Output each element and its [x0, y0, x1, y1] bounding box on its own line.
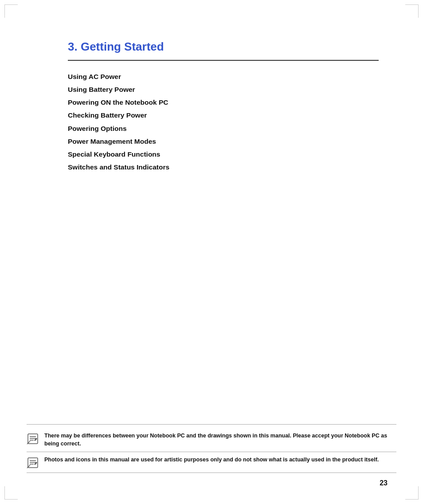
toc-item-4[interactable]: Checking Battery Power [68, 109, 379, 121]
page-number: 23 [380, 479, 388, 487]
toc-list: Using AC Power Using Battery Power Power… [68, 71, 379, 173]
chapter-title: 3. Getting Started [68, 40, 379, 54]
corner-mark-bottom-left [4, 486, 18, 500]
main-content: 3. Getting Started Using AC Power Using … [68, 40, 379, 174]
corner-mark-top-left [4, 4, 18, 18]
note-item-2: Photos and icons in this manual are used… [27, 452, 396, 472]
title-divider [68, 60, 379, 61]
note-icon-2 [27, 457, 39, 469]
toc-item-7[interactable]: Special Keyboard Functions [68, 148, 379, 160]
note-icon-1 [27, 433, 39, 445]
notes-bottom-rule [27, 472, 396, 473]
note-text-1: There may be differences between your No… [44, 432, 396, 449]
toc-item-1[interactable]: Using AC Power [68, 71, 379, 83]
toc-item-8[interactable]: Switches and Status Indicators [68, 161, 379, 173]
note-text-2: Photos and icons in this manual are used… [44, 456, 396, 464]
notes-top-rule [27, 424, 396, 425]
toc-item-5[interactable]: Powering Options [68, 122, 379, 134]
corner-mark-bottom-right [405, 486, 419, 500]
notes-section: There may be differences between your No… [27, 424, 396, 473]
toc-item-2[interactable]: Using Battery Power [68, 83, 379, 95]
toc-item-6[interactable]: Power Management Modes [68, 135, 379, 147]
toc-item-3[interactable]: Powering ON the Notebook PC [68, 96, 379, 108]
note-item-1: There may be differences between your No… [27, 428, 396, 452]
corner-mark-top-right [405, 4, 419, 18]
